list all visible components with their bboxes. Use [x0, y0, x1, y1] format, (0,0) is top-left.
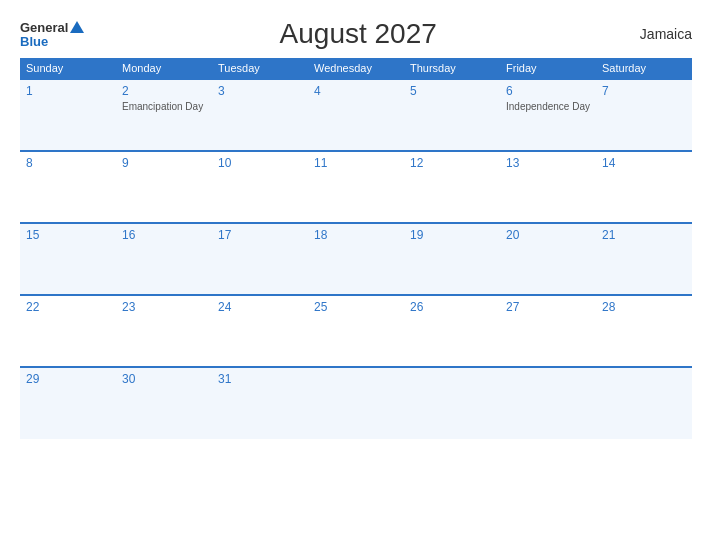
- calendar-cell: 17: [212, 223, 308, 295]
- calendar-cell: 30: [116, 367, 212, 439]
- calendar-cell: 19: [404, 223, 500, 295]
- day-number: 15: [26, 228, 110, 242]
- logo: General Blue: [20, 21, 84, 48]
- day-number: 26: [410, 300, 494, 314]
- calendar-row-4: 22232425262728: [20, 295, 692, 367]
- calendar-cell: 13: [500, 151, 596, 223]
- header-monday: Monday: [116, 58, 212, 79]
- calendar-cell: 15: [20, 223, 116, 295]
- calendar-cell: 27: [500, 295, 596, 367]
- calendar-table: Sunday Monday Tuesday Wednesday Thursday…: [20, 58, 692, 439]
- calendar-page: General Blue August 2027 Jamaica Sunday …: [0, 0, 712, 550]
- calendar-cell: 11: [308, 151, 404, 223]
- calendar-cell: 8: [20, 151, 116, 223]
- calendar-cell: 18: [308, 223, 404, 295]
- day-number: 1: [26, 84, 110, 98]
- header-thursday: Thursday: [404, 58, 500, 79]
- calendar-row-1: 12Emancipation Day3456Independence Day7: [20, 79, 692, 151]
- calendar-cell: 16: [116, 223, 212, 295]
- calendar-cell: 22: [20, 295, 116, 367]
- calendar-cell: 6Independence Day: [500, 79, 596, 151]
- header-tuesday: Tuesday: [212, 58, 308, 79]
- day-number: 10: [218, 156, 302, 170]
- calendar-cell: 12: [404, 151, 500, 223]
- calendar-cell: [404, 367, 500, 439]
- day-number: 3: [218, 84, 302, 98]
- day-number: 21: [602, 228, 686, 242]
- day-number: 14: [602, 156, 686, 170]
- day-number: 16: [122, 228, 206, 242]
- day-number: 20: [506, 228, 590, 242]
- day-number: 25: [314, 300, 398, 314]
- calendar-cell: 7: [596, 79, 692, 151]
- calendar-cell: 21: [596, 223, 692, 295]
- calendar-row-3: 15161718192021: [20, 223, 692, 295]
- day-number: 30: [122, 372, 206, 386]
- day-number: 7: [602, 84, 686, 98]
- day-number: 12: [410, 156, 494, 170]
- day-number: 4: [314, 84, 398, 98]
- day-number: 13: [506, 156, 590, 170]
- calendar-cell: 23: [116, 295, 212, 367]
- logo-general: General: [20, 21, 68, 34]
- holiday-label: Emancipation Day: [122, 100, 206, 113]
- day-number: 17: [218, 228, 302, 242]
- country-label: Jamaica: [632, 26, 692, 42]
- logo-triangle-icon: [70, 21, 84, 33]
- day-number: 19: [410, 228, 494, 242]
- weekday-header-row: Sunday Monday Tuesday Wednesday Thursday…: [20, 58, 692, 79]
- header-wednesday: Wednesday: [308, 58, 404, 79]
- logo-blue: Blue: [20, 35, 48, 48]
- calendar-cell: 10: [212, 151, 308, 223]
- header-friday: Friday: [500, 58, 596, 79]
- page-title: August 2027: [84, 18, 632, 50]
- day-number: 22: [26, 300, 110, 314]
- calendar-cell: 2Emancipation Day: [116, 79, 212, 151]
- holiday-label: Independence Day: [506, 100, 590, 113]
- header: General Blue August 2027 Jamaica: [20, 18, 692, 50]
- day-number: 29: [26, 372, 110, 386]
- day-number: 5: [410, 84, 494, 98]
- day-number: 18: [314, 228, 398, 242]
- calendar-cell: 31: [212, 367, 308, 439]
- calendar-cell: [308, 367, 404, 439]
- calendar-row-5: 293031: [20, 367, 692, 439]
- calendar-cell: 25: [308, 295, 404, 367]
- calendar-cell: 24: [212, 295, 308, 367]
- day-number: 2: [122, 84, 206, 98]
- day-number: 31: [218, 372, 302, 386]
- calendar-cell: 14: [596, 151, 692, 223]
- calendar-cell: 20: [500, 223, 596, 295]
- calendar-cell: 1: [20, 79, 116, 151]
- calendar-cell: 29: [20, 367, 116, 439]
- day-number: 6: [506, 84, 590, 98]
- calendar-cell: 4: [308, 79, 404, 151]
- day-number: 24: [218, 300, 302, 314]
- day-number: 9: [122, 156, 206, 170]
- calendar-row-2: 891011121314: [20, 151, 692, 223]
- header-saturday: Saturday: [596, 58, 692, 79]
- day-number: 28: [602, 300, 686, 314]
- day-number: 8: [26, 156, 110, 170]
- calendar-cell: 9: [116, 151, 212, 223]
- calendar-cell: 28: [596, 295, 692, 367]
- day-number: 11: [314, 156, 398, 170]
- calendar-cell: [500, 367, 596, 439]
- calendar-cell: 26: [404, 295, 500, 367]
- calendar-cell: [596, 367, 692, 439]
- calendar-cell: 3: [212, 79, 308, 151]
- calendar-cell: 5: [404, 79, 500, 151]
- day-number: 23: [122, 300, 206, 314]
- day-number: 27: [506, 300, 590, 314]
- header-sunday: Sunday: [20, 58, 116, 79]
